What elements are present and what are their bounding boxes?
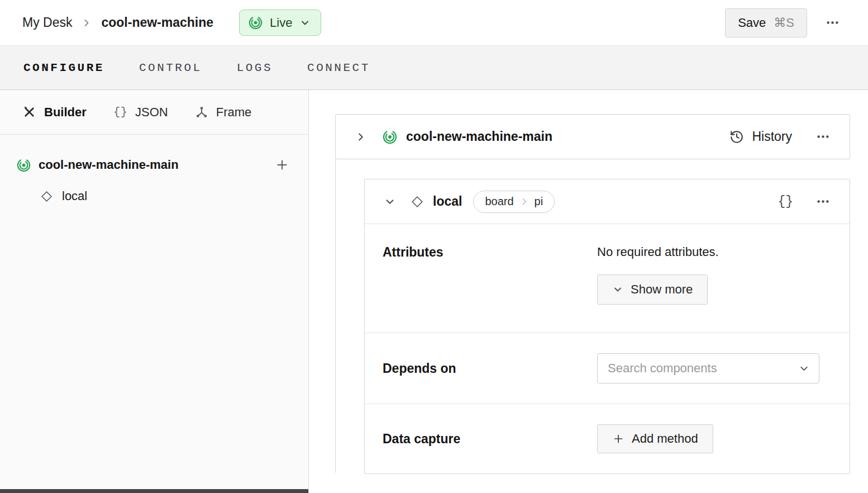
show-more-button[interactable]: Show more (597, 274, 708, 305)
tab-logs[interactable]: LOGS (236, 59, 274, 77)
header-overflow-menu-button[interactable] (822, 12, 843, 34)
ellipsis-icon (815, 129, 831, 144)
depends-on-placeholder: Search components (608, 361, 798, 376)
tree-component-name: local (62, 189, 87, 203)
data-capture-section-label: Data capture (383, 431, 597, 447)
expand-part-card-button[interactable] (351, 127, 370, 146)
horizontal-scrollbar[interactable] (0, 489, 308, 493)
attributes-empty-message: No required attributes. (597, 244, 832, 260)
chevron-down-icon (299, 17, 311, 29)
machine-signal-icon (249, 16, 263, 30)
add-method-label: Add method (632, 432, 698, 446)
view-mode-builder-label: Builder (44, 105, 87, 120)
tab-configure[interactable]: CONFIGURE (22, 59, 106, 77)
plus-icon (612, 433, 624, 445)
depends-on-select[interactable]: Search components (597, 353, 819, 383)
part-card-actions: History (729, 126, 834, 148)
attributes-section: Attributes No required attributes. Show … (365, 224, 850, 333)
history-label: History (752, 129, 792, 144)
component-card-header: local board pi {} (365, 179, 850, 224)
component-diamond-icon (40, 190, 53, 203)
tree-item-machine-part[interactable]: cool-new-machine-main (0, 149, 308, 181)
braces-icon: {} (113, 106, 127, 118)
ellipsis-icon (825, 15, 840, 30)
machine-part-card: cool-new-machine-main History (335, 114, 850, 159)
primary-tabbar: CONFIGURE CONTROL LOGS CONNECT (0, 46, 868, 90)
breadcrumb-current-page: cool-new-machine (101, 15, 213, 30)
chevron-right-icon (355, 131, 367, 143)
machine-tree: cool-new-machine-main local (0, 135, 308, 212)
component-type: board (477, 195, 519, 208)
attributes-section-label: Attributes (383, 244, 597, 260)
view-mode-switcher: Builder {} JSON Frame (0, 90, 308, 135)
component-type-pill: board pi (473, 191, 555, 213)
edit-json-button[interactable]: {} (775, 193, 795, 210)
tree-connector-line (335, 159, 336, 473)
live-status-label: Live (270, 16, 292, 30)
breadcrumb: My Desk cool-new-machine (22, 15, 213, 30)
add-component-button[interactable] (273, 155, 292, 174)
header-actions: Save ⌘S (725, 8, 843, 37)
depends-on-section-label: Depends on (383, 361, 597, 376)
component-card-overflow-menu-button[interactable] (812, 191, 834, 212)
frame-axes-icon (195, 106, 208, 119)
chevron-down-icon (612, 284, 623, 295)
history-button[interactable]: History (729, 129, 792, 144)
component-card-actions: {} (775, 191, 834, 212)
history-icon (729, 130, 744, 144)
tree-item-component-local[interactable]: local (0, 181, 308, 212)
app-window: My Desk cool-new-machine Live (0, 0, 868, 493)
chevron-right-icon (81, 17, 92, 29)
view-mode-builder[interactable]: Builder (22, 105, 87, 120)
chevron-down-icon (798, 363, 810, 375)
view-mode-json-label: JSON (135, 105, 168, 120)
component-diamond-icon (411, 195, 424, 208)
machine-signal-icon (383, 130, 397, 144)
breadcrumb-parent-link[interactable]: My Desk (22, 15, 72, 30)
view-mode-frame[interactable]: Frame (195, 105, 252, 120)
plus-icon (275, 158, 289, 172)
ellipsis-icon (815, 194, 831, 209)
depends-on-section: Depends on Search components (365, 333, 850, 404)
chevron-down-icon (384, 196, 396, 208)
component-card-local: local board pi {} (364, 179, 850, 474)
part-card-title: cool-new-machine-main (406, 129, 552, 144)
builder-tools-icon (22, 105, 36, 119)
view-mode-json[interactable]: {} JSON (113, 105, 168, 120)
collapse-component-card-button[interactable] (380, 192, 399, 211)
chevron-right-icon (519, 197, 529, 206)
view-mode-frame-label: Frame (216, 105, 252, 120)
top-header: My Desk cool-new-machine Live (0, 0, 868, 46)
tab-connect[interactable]: CONNECT (306, 59, 371, 77)
show-more-label: Show more (631, 282, 693, 297)
part-card-overflow-menu-button[interactable] (812, 126, 834, 148)
machine-signal-icon (17, 158, 31, 172)
component-model: pi (529, 195, 551, 208)
save-shortcut-hint: ⌘S (774, 16, 794, 30)
data-capture-section: Data capture Add method (365, 404, 850, 473)
tree-machine-name: cool-new-machine-main (39, 158, 179, 172)
tab-control[interactable]: CONTROL (138, 59, 203, 77)
add-method-button[interactable]: Add method (597, 424, 713, 453)
config-main-panel: cool-new-machine-main History (309, 90, 868, 493)
live-status-badge[interactable]: Live (239, 10, 321, 36)
save-button-label: Save (738, 16, 766, 30)
component-card-title: local (433, 194, 462, 209)
save-button[interactable]: Save ⌘S (725, 8, 807, 37)
config-sidebar: Builder {} JSON Frame (0, 90, 309, 493)
